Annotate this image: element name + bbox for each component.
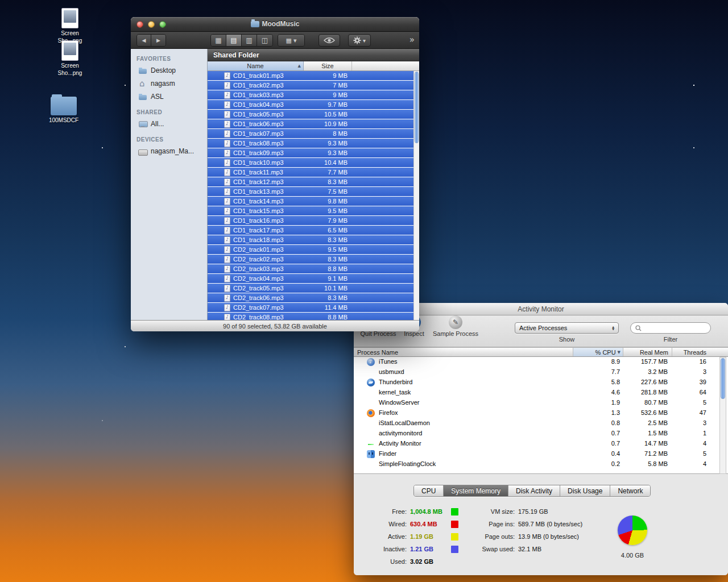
sidebar-item[interactable]: nagasm [131,77,207,90]
file-row[interactable]: CD1_track04.mp3 9.7 MB [208,100,413,109]
finder-titlebar[interactable]: MoodMusic [131,17,419,32]
column-view-button[interactable]: ▥ [242,35,257,46]
column-header-name[interactable]: Name ▲ [208,61,304,70]
file-row[interactable]: CD1_track09.mp3 9.3 MB [208,148,413,157]
mp3-file-icon [224,246,230,253]
column-header-process-name[interactable]: Process Name [354,348,573,356]
file-row[interactable]: CD1_track14.mp3 9.8 MB [208,197,413,206]
process-row[interactable]: iTunes 8.9 157.7 MB 16 [354,357,728,367]
file-row[interactable]: CD1_track13.mp3 7.5 MB [208,187,413,196]
file-row[interactable]: CD2_track01.mp3 9.5 MB [208,245,413,254]
file-row[interactable]: CD1_track07.mp3 8 MB [208,129,413,138]
finder-sidebar: FAVORITES Desktop nagasm [131,49,208,320]
show-dropdown[interactable]: Active Processes ▲▼ [515,322,619,334]
finder-toolbar: ◀ ▶ ▦ ▤ ▥ ◫ ▦ ▾ [131,32,419,49]
finder-window[interactable]: MoodMusic ◀ ▶ ▦ ▤ ▥ ◫ ▦ ▾ [131,17,419,331]
file-name: CD1_track07.mp3 [233,130,284,137]
process-row[interactable]: Activity Monitor 0.7 14.7 MB 4 [354,439,728,449]
mp3-file-icon [224,207,230,215]
desktop-icon-screenshot-1[interactable]: Screen Sho...png [51,8,89,44]
action-menu-button[interactable]: ▾ [348,34,371,47]
file-row[interactable]: CD1_track10.mp3 10.4 MB [208,158,413,167]
tab[interactable]: System Memory [444,485,508,496]
sidebar-item[interactable]: nagasm_Ma... [131,144,207,157]
column-header-size[interactable]: Size [304,61,352,70]
process-row[interactable]: activitymonitord 0.7 1.5 MB 1 [354,429,728,439]
file-row[interactable]: CD1_track03.mp3 9 MB [208,90,413,99]
file-row[interactable]: CD2_track05.mp3 10.1 MB [208,284,413,293]
process-table-scrollbar[interactable] [719,357,726,474]
file-row[interactable]: CD1_track11.mp3 7.7 MB [208,168,413,177]
column-header-cpu[interactable]: % CPU ▼ [573,348,623,356]
file-row[interactable]: CD1_track17.mp3 6.5 MB [208,226,413,235]
sample-process-button[interactable]: Sample Process [430,315,481,337]
process-row[interactable]: SimpleFloatingClock 0.2 5.8 MB 4 [354,459,728,469]
icon-view-button[interactable]: ▦ [211,35,226,46]
filter-field[interactable] [630,322,711,334]
file-row[interactable]: CD1_track16.mp3 7.9 MB [208,216,413,225]
scrollbar-thumb[interactable] [415,72,419,143]
sidebar-item[interactable]: All... [131,117,207,130]
process-row[interactable]: iStatLocalDaemon 0.8 2.5 MB 3 [354,418,728,429]
sidebar-item[interactable]: ASL [131,90,207,103]
back-button[interactable]: ◀ [137,35,151,46]
file-row[interactable]: CD1_track12.mp3 8.3 MB [208,177,413,186]
mp3-file-icon [224,149,230,157]
list-view-button[interactable]: ▤ [226,35,242,46]
memory-stat-value: 589.7 MB (0 bytes/sec) [518,521,615,527]
file-name: CD1_track16.mp3 [233,217,284,224]
process-row[interactable]: Thunderbird 5.8 227.6 MB 39 [354,377,728,388]
process-row[interactable]: kernel_task 4.6 281.8 MB 64 [354,388,728,398]
memory-stat-label: Used: [377,558,407,565]
sort-asc-icon: ▲ [298,64,301,68]
process-row[interactable]: Finder 0.4 71.2 MB 5 [354,449,728,459]
quick-look-button[interactable] [318,34,340,47]
arrange-button[interactable]: ▦ ▾ [278,35,304,46]
process-real-mem: 5.8 MB [618,460,668,467]
tab[interactable]: CPU [414,485,444,496]
file-row[interactable]: CD1_track01.mp3 9 MB [208,71,413,80]
mp3-file-icon [224,304,230,311]
activity-monitor-window[interactable]: Activity Monitor Quit Process Inspect Sa… [354,303,728,575]
gear-icon [353,36,361,44]
process-row[interactable]: usbmuxd 7.7 3.2 MB 3 [354,367,728,377]
file-name: CD2_track08.mp3 [233,314,284,320]
mp3-file-icon [224,198,230,205]
mp3-file-icon [224,130,230,138]
folder-icon [251,21,259,27]
column-header-threads[interactable]: Threads [672,348,709,356]
file-row[interactable]: CD1_track06.mp3 10.9 MB [208,119,413,128]
desktop-icon-100msdcf[interactable]: 100MSDCF [48,97,80,124]
file-row[interactable]: CD2_track04.mp3 9.1 MB [208,274,413,283]
file-row[interactable]: CD1_track15.mp3 9.5 MB [208,206,413,215]
sidebar-item[interactable]: Desktop [131,64,207,77]
file-row[interactable]: CD2_track02.mp3 8.3 MB [208,255,413,264]
file-row[interactable]: CD2_track08.mp3 8.8 MB [208,313,413,320]
file-row[interactable]: CD2_track03.mp3 8.8 MB [208,264,413,273]
memory-color-swatch [451,546,458,553]
sidebar-item-icon [138,147,147,156]
file-row[interactable]: CD1_track05.mp3 10.5 MB [208,110,413,119]
file-list-scrollbar[interactable] [413,71,419,320]
file-row[interactable]: CD2_track07.mp3 11.4 MB [208,303,413,312]
file-row[interactable]: CD1_track08.mp3 9.3 MB [208,139,413,148]
folder-icon [51,97,77,115]
scrollbar-thumb[interactable] [721,358,725,399]
tab[interactable]: Network [610,485,650,496]
memory-stat-label: Page outs: [473,533,515,540]
file-size: 9 MB [296,72,348,79]
coverflow-view-button[interactable]: ◫ [257,35,272,46]
process-row[interactable]: WindowServer 1.9 80.7 MB 5 [354,398,728,408]
forward-button[interactable]: ▶ [151,35,166,46]
process-row[interactable]: Firefox 1.3 532.6 MB 47 [354,408,728,418]
file-row[interactable]: CD1_track02.mp3 7 MB [208,81,413,90]
toolbar-overflow-button[interactable]: » [410,35,415,45]
file-row[interactable]: CD1_track18.mp3 8.3 MB [208,235,413,244]
column-header-real-mem[interactable]: Real Mem [623,348,672,356]
tab[interactable]: Disk Usage [560,485,610,496]
file-row[interactable]: CD2_track06.mp3 8.3 MB [208,293,413,302]
process-threads: 39 [661,379,706,385]
file-name: CD1_track14.mp3 [233,198,284,205]
tab[interactable]: Disk Activity [508,485,560,496]
desktop-icon-screenshot-2[interactable]: Screen Sho...png [51,40,89,77]
